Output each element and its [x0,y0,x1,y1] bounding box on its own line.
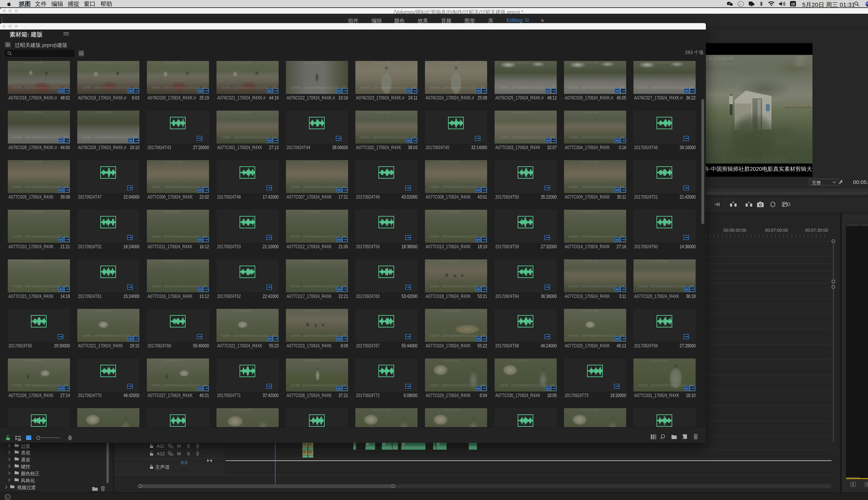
svg-text:co: co [6,496,9,498]
svg-text:cc: cc [739,3,742,5]
